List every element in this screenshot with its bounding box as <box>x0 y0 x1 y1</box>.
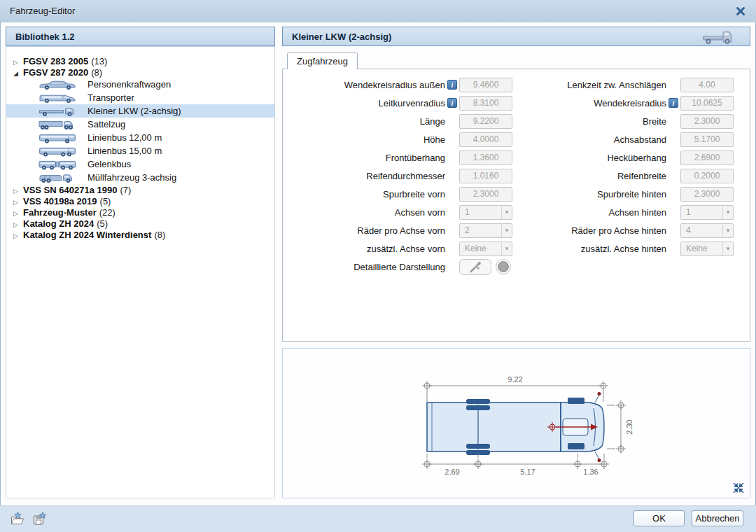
form-row-spurbreite-vorn: Spurbreite vorn <box>287 185 512 203</box>
chevron-down-icon: ▾ <box>722 224 733 237</box>
tree-item-sattelzug[interactable]: Sattelzug <box>6 118 274 131</box>
tree-group-fgsv-283-2005[interactable]: ▷FGSV 283 2005(13) <box>6 55 274 66</box>
form-right-column: Lenkzeit zw. AnschlägenWendekreisradiusi… <box>510 76 734 258</box>
input-spurbreite-hinten[interactable] <box>680 187 734 202</box>
pick-representation-button[interactable] <box>459 259 491 275</box>
tree-group-label: Katalog ZH 2024 Winterdienst <box>23 230 151 240</box>
tree-item-personenkraftwagen[interactable]: Personenkraftwagen <box>6 78 274 91</box>
form-row-lenkzeit-zw-anschl-gen: Lenkzeit zw. Anschlägen <box>510 76 734 94</box>
tree-group-fahrzeug-muster[interactable]: ▷Fahrzeug-Muster(22) <box>6 206 274 218</box>
tree-group-vss-40198a-2019[interactable]: ▷VSS 40198a 2019(5) <box>6 195 274 206</box>
save-star-icon <box>32 511 48 526</box>
detail-panel-header: Kleiner LKW (2-achsig) <box>282 27 750 46</box>
tree-group-katalog-zh-2024-winterdienst[interactable]: ▷Katalog ZH 2024 Winterdienst(8) <box>6 229 274 240</box>
input-h-he[interactable] <box>459 132 512 147</box>
field-label-zus-tzl-achse-vorn: zusätzl. Achse vorn <box>287 244 445 254</box>
flatbed-truck-icon <box>702 29 734 47</box>
close-button[interactable] <box>734 5 748 18</box>
expand-arrow-icon[interactable]: ▷ <box>13 230 23 241</box>
form-row-achsen-hinten: Achsen hinten1▾ <box>510 203 734 221</box>
field-label-r-der-pro-achse-hinten: Räder pro Achse hinten <box>510 225 666 236</box>
van-icon <box>33 92 82 104</box>
dropdown-achsen-vorn[interactable]: 1▾ <box>459 205 512 220</box>
tree-group-label: FGSV 287 2020 <box>23 67 88 78</box>
input-wendekreisradius-au-en[interactable] <box>459 78 512 92</box>
field-label-lenkzeit-zw-anschl-gen: Lenkzeit zw. Anschlägen <box>510 80 666 90</box>
tree-group-fgsv-287-2020[interactable]: ◢FGSV 287 2020(8) <box>6 66 274 78</box>
dropdown-zus-tzl-achse-hinten[interactable]: Keine▾ <box>680 241 734 256</box>
tree-group-katalog-zh-2024[interactable]: ▷Katalog ZH 2024(5) <box>6 218 274 229</box>
field-label-heck-berhang: Hecküberhang <box>510 153 666 163</box>
tree-group-label: VSS SN 640271a 1990 <box>23 185 117 195</box>
form-row-achsabstand: Achsabstand <box>510 130 734 148</box>
input-leitkurvenradius[interactable] <box>459 96 512 111</box>
field-label-detaillierte-darstellung: Detaillierte Darstellung <box>287 262 445 272</box>
color-swatch-button[interactable] <box>496 259 511 274</box>
input-l-nge[interactable] <box>459 114 512 129</box>
dropdown-value: 1 <box>681 207 722 217</box>
tree-group-label: Katalog ZH 2024 <box>23 218 94 229</box>
tree-group-count: (5) <box>100 196 111 206</box>
dim-total-length: 9.22 <box>507 375 522 384</box>
dim-wheelbase: 5.17 <box>520 468 535 476</box>
dim-rear-overhang: 2.69 <box>444 468 459 476</box>
chevron-down-icon: ▾ <box>722 242 733 255</box>
input-lenkzeit-zw-anschl-gen[interactable] <box>680 78 734 92</box>
dropdown-r-der-pro-achse-hinten[interactable]: 4▾ <box>680 223 734 238</box>
tree-item-label: Kleiner LKW (2-achsig) <box>88 106 181 116</box>
input-achsabstand[interactable] <box>680 132 734 147</box>
dropdown-r-der-pro-achse-vorn[interactable]: 2▾ <box>459 223 512 238</box>
tree-group-label: FGSV 283 2005 <box>23 56 88 66</box>
tree-item-gelenkbus[interactable]: Gelenkbus <box>6 158 274 171</box>
form-row-reifenbreite: Reifenbreite <box>510 167 734 185</box>
input-breite[interactable] <box>680 114 734 129</box>
input-wendekreisradius[interactable] <box>680 96 734 111</box>
form-row-spurbreite-hinten: Spurbreite hinten <box>510 185 734 203</box>
form-row-leitkurvenradius: Leitkurvenradiusi <box>287 94 512 112</box>
info-icon[interactable]: i <box>668 98 678 108</box>
open-folder-star-icon <box>10 511 25 526</box>
vehicle-top-view-drawing: 9.22 <box>283 349 751 499</box>
ok-button[interactable]: OK <box>634 510 685 526</box>
info-icon[interactable]: i <box>447 98 457 108</box>
field-label-spurbreite-vorn: Spurbreite vorn <box>287 189 445 200</box>
input-front-berhang[interactable] <box>459 150 512 165</box>
bus-icon <box>33 132 82 144</box>
tree-group-count: (8) <box>154 230 165 240</box>
chevron-down-icon: ▾ <box>722 206 733 219</box>
field-label-r-der-pro-achse-vorn: Räder pro Achse vorn <box>287 225 445 236</box>
field-label-reifenbreite: Reifenbreite <box>510 171 666 181</box>
dropdown-zus-tzl-achse-vorn[interactable]: Keine▾ <box>459 241 512 256</box>
tree-item-m-llfahrzeug-3-achsig[interactable]: Müllfahrzeug 3-achsig <box>6 171 274 184</box>
tree-group-vss-sn-640271a-1990[interactable]: ▷VSS SN 640271a 1990(7) <box>6 184 274 195</box>
tree-item-kleiner-lkw-2-achsig[interactable]: Kleiner LKW (2-achsig) <box>6 104 274 118</box>
tree-group-count: (22) <box>99 207 115 218</box>
tree-group-count: (8) <box>91 67 102 78</box>
input-reifendurchmesser[interactable] <box>459 169 512 183</box>
tab-zugfahrzeug[interactable]: Zugfahrzeug <box>287 52 358 69</box>
input-heck-berhang[interactable] <box>680 150 734 165</box>
field-label-leitkurvenradius: Leitkurvenradius <box>287 98 445 108</box>
detail-controls <box>459 259 512 275</box>
open-favorite-button[interactable] <box>8 510 27 528</box>
input-reifenbreite[interactable] <box>680 169 734 183</box>
tree-item-label: Personenkraftwagen <box>88 79 171 90</box>
form-row-h-he: Höhe <box>287 130 512 148</box>
fit-view-button[interactable] <box>732 481 746 495</box>
dropdown-achsen-hinten[interactable]: 1▾ <box>680 205 734 220</box>
dropdown-value: Keine <box>460 244 501 253</box>
field-label-reifendurchmesser: Reifendurchmesser <box>287 171 445 181</box>
save-favorite-button[interactable] <box>31 510 49 528</box>
collapse-arrow-icon[interactable]: ◢ <box>13 68 23 79</box>
info-icon[interactable]: i <box>447 80 457 90</box>
cancel-button[interactable]: Abbrechen <box>692 510 743 526</box>
field-label-l-nge: Länge <box>287 116 445 127</box>
title-bar: Fahrzeug-Editor <box>0 0 756 22</box>
tree-item-label: Gelenkbus <box>88 159 131 169</box>
tree-item-linienbus-15-00-m[interactable]: Linienbus 15,00 m <box>6 144 274 158</box>
tree-item-transporter[interactable]: Transporter <box>6 91 274 104</box>
tree-item-linienbus-12-00-m[interactable]: Linienbus 12,00 m <box>6 131 274 144</box>
tree-group-count: (13) <box>91 56 107 66</box>
input-spurbreite-vorn[interactable] <box>459 187 512 202</box>
dim-front-overhang: 1.36 <box>583 468 598 476</box>
